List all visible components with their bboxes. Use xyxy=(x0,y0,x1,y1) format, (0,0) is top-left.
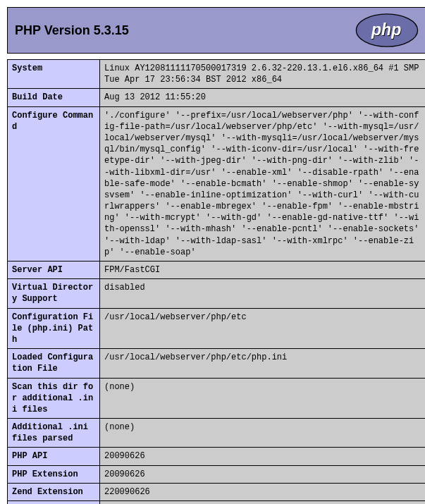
info-key: PHP API xyxy=(8,448,100,465)
info-table: SystemLinux AY12081111170500017319 2.6.3… xyxy=(7,59,425,504)
info-value: (none) xyxy=(100,419,426,448)
svg-text:php: php xyxy=(371,20,401,39)
php-logo-icon: php php xyxy=(355,13,419,47)
table-row: Server APIFPM/FastCGI xyxy=(8,262,426,279)
table-row: PHP API20090626 xyxy=(8,448,426,465)
info-key: Virtual Directory Support xyxy=(8,279,100,308)
info-value: /usr/local/webserver/php/etc/php.ini xyxy=(100,349,426,378)
info-value: Aug 13 2012 11:55:20 xyxy=(100,89,426,106)
info-value: disabled xyxy=(100,279,426,308)
info-value: 220090626 xyxy=(100,483,426,500)
table-row: Configuration File (php.ini) Path/usr/lo… xyxy=(8,308,426,349)
table-row: Virtual Directory Supportdisabled xyxy=(8,279,426,308)
info-value: Linux AY12081111170500017319 2.6.32-220.… xyxy=(100,60,426,89)
phpinfo-page: PHP Version 5.3.15 php php SystemLinux A… xyxy=(7,7,425,504)
info-key: Scan this dir for additional .ini files xyxy=(8,378,100,419)
table-row: Additional .ini files parsed(none) xyxy=(8,419,426,448)
info-value: FPM/FastCGI xyxy=(100,262,426,279)
info-value: /usr/local/webserver/php/etc xyxy=(100,308,426,349)
table-row: Zend Extension220090626 xyxy=(8,483,426,500)
info-value: 20090626 xyxy=(100,448,426,465)
table-row: Zend Extension BuildAPI220090626,NTS xyxy=(8,501,426,505)
header: PHP Version 5.3.15 php php xyxy=(7,7,425,54)
info-key: Configuration File (php.ini) Path xyxy=(8,308,100,349)
info-value: 20090626 xyxy=(100,465,426,483)
info-key: Loaded Configuration File xyxy=(8,349,100,378)
page-title: PHP Version 5.3.15 xyxy=(15,23,129,38)
table-row: Loaded Configuration File/usr/local/webs… xyxy=(8,349,426,378)
info-key: Zend Extension Build xyxy=(8,501,100,505)
table-row: Build DateAug 13 2012 11:55:20 xyxy=(8,89,426,106)
info-value: API220090626,NTS xyxy=(100,501,426,505)
info-key: System xyxy=(8,60,100,89)
table-row: PHP Extension20090626 xyxy=(8,465,426,483)
info-value: './configure' '--prefix=/usr/local/webse… xyxy=(100,106,426,261)
info-key: Configure Command xyxy=(8,106,100,261)
table-row: Scan this dir for additional .ini files(… xyxy=(8,378,426,419)
info-key: Additional .ini files parsed xyxy=(8,419,100,448)
info-key: Zend Extension xyxy=(8,483,100,500)
info-key: Server API xyxy=(8,262,100,279)
info-key: Build Date xyxy=(8,89,100,106)
table-row: Configure Command'./configure' '--prefix… xyxy=(8,106,426,261)
info-key: PHP Extension xyxy=(8,465,100,483)
table-row: SystemLinux AY12081111170500017319 2.6.3… xyxy=(8,60,426,89)
info-value: (none) xyxy=(100,378,426,419)
